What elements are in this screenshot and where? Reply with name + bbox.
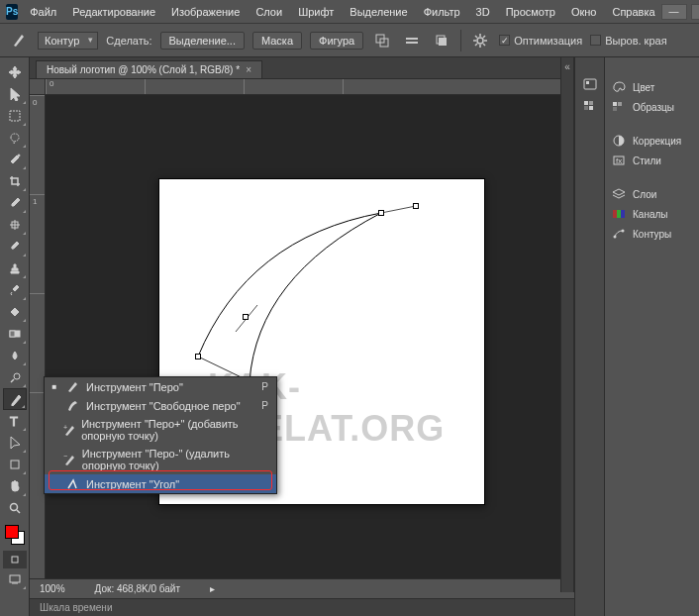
right-dock: Цвет Образцы Коррекция fx Стили: [574, 57, 699, 616]
trim-edges-label: Выров. края: [605, 35, 666, 47]
path-mode-dropdown[interactable]: Контур: [38, 32, 98, 50]
lasso-tool[interactable]: [3, 127, 27, 149]
panel-collapse-bar[interactable]: «: [560, 57, 574, 592]
menu-bar: Файл Редактирование Изображение Слои Шри…: [24, 3, 660, 21]
svg-rect-5: [439, 38, 447, 46]
collapse-arrow-icon: «: [561, 57, 573, 72]
flyout-label: Инструмент "Перо": [86, 381, 183, 393]
quickmask-toggle[interactable]: [3, 551, 27, 568]
menu-image[interactable]: Изображение: [165, 3, 246, 21]
healing-tool[interactable]: [3, 214, 27, 236]
hand-tool[interactable]: [3, 475, 27, 497]
eyedropper-tool[interactable]: [3, 192, 27, 214]
arrange-icon[interactable]: [431, 30, 452, 51]
maximize-button[interactable]: □: [691, 4, 699, 20]
document-tab-title: Новый логотип @ 100% (Слой 1, RGB/8) *: [47, 64, 240, 75]
shape-tool[interactable]: [3, 454, 27, 475]
menu-view[interactable]: Просмотр: [500, 3, 561, 21]
optimize-checkbox[interactable]: ✓ Оптимизация: [499, 35, 582, 47]
menu-3d[interactable]: 3D: [470, 3, 496, 21]
foreground-color-swatch[interactable]: [5, 525, 19, 539]
handle-point[interactable]: [413, 203, 419, 209]
blur-tool[interactable]: [3, 345, 27, 366]
stamp-tool[interactable]: [3, 257, 27, 279]
menu-help[interactable]: Справка: [606, 3, 660, 21]
menu-file[interactable]: Файл: [24, 3, 62, 21]
close-tab-icon[interactable]: ×: [246, 64, 251, 75]
color-panel-icon[interactable]: [582, 77, 598, 91]
panel-adjustments[interactable]: Коррекция: [605, 131, 699, 151]
panel-styles[interactable]: fx Стили: [605, 151, 699, 170]
svg-rect-21: [10, 331, 15, 337]
type-tool[interactable]: T: [3, 410, 27, 432]
ruler-origin[interactable]: [30, 79, 46, 95]
arrows-icon[interactable]: [3, 61, 27, 83]
history-brush-tool[interactable]: [3, 279, 27, 301]
panel-swatches[interactable]: Образцы: [605, 97, 699, 117]
eraser-tool[interactable]: [3, 301, 27, 323]
svg-rect-25: [11, 461, 19, 468]
document-area[interactable]: 0 01 KAK-SDELAT.ORG: [30, 79, 574, 578]
path-ops-icon[interactable]: [371, 30, 393, 51]
svg-rect-47: [617, 210, 621, 218]
flyout-label: Инструмент "Свободное перо": [86, 400, 241, 412]
menu-window[interactable]: Окно: [565, 3, 603, 21]
zoom-tool[interactable]: [3, 497, 27, 519]
gear-icon[interactable]: [469, 30, 491, 51]
panel-paths[interactable]: Контуры: [605, 224, 699, 244]
vertical-ruler[interactable]: 01: [30, 95, 46, 578]
anchor-point[interactable]: [243, 314, 249, 320]
freeform-pen-icon: [64, 399, 80, 412]
anchor-point[interactable]: [195, 354, 201, 359]
timeline-panel[interactable]: Шкала времени: [30, 598, 574, 616]
flyout-add-anchor[interactable]: + Инструмент "Перо+" (добавить опорную т…: [45, 415, 276, 445]
dodge-tool[interactable]: [3, 366, 27, 388]
zoom-level[interactable]: 100%: [40, 583, 65, 594]
path-select-tool[interactable]: [3, 432, 27, 454]
horizontal-ruler[interactable]: 0: [46, 79, 574, 95]
align-icon[interactable]: [401, 30, 423, 51]
trim-edges-checkbox[interactable]: Выров. края: [590, 35, 666, 47]
flyout-pen[interactable]: ■ Инструмент "Перо" P: [45, 377, 276, 396]
pen-plus-icon: +: [62, 424, 75, 437]
svg-rect-36: [584, 101, 588, 105]
move-tool[interactable]: [3, 83, 27, 105]
crop-tool[interactable]: [3, 170, 27, 192]
svg-rect-15: [10, 111, 20, 121]
swatches-panel-icon[interactable]: [582, 99, 598, 113]
options-bar: Контур Сделать: Выделение... Маска Фигур…: [0, 24, 699, 57]
gradient-tool[interactable]: [3, 323, 27, 345]
flyout-delete-anchor[interactable]: − Инструмент "Перо-" (удалить опорную то…: [45, 445, 276, 474]
panel-channels[interactable]: Каналы: [605, 204, 699, 224]
menu-edit[interactable]: Редактирование: [66, 3, 161, 21]
document-tab[interactable]: Новый логотип @ 100% (Слой 1, RGB/8) * ×: [36, 60, 262, 78]
screen-mode-toggle[interactable]: [3, 568, 27, 590]
tool-preset-icon[interactable]: [8, 30, 30, 51]
doc-info[interactable]: Док: 468,8K/0 байт: [95, 583, 180, 594]
panel-color[interactable]: Цвет: [605, 77, 699, 97]
menu-layer[interactable]: Слои: [250, 3, 288, 21]
svg-rect-42: [613, 107, 617, 111]
checkbox-checked-icon: ✓: [499, 35, 510, 46]
panel-layers[interactable]: Слои: [605, 184, 699, 204]
marquee-tool[interactable]: [3, 105, 27, 127]
flyout-convert-point[interactable]: Инструмент "Угол": [45, 474, 276, 493]
menu-select[interactable]: Выделение: [344, 3, 413, 21]
flyout-freeform-pen[interactable]: Инструмент "Свободное перо" P: [45, 396, 276, 415]
minimize-button[interactable]: —: [661, 4, 687, 20]
anchor-point[interactable]: [378, 210, 384, 216]
foreground-background-color[interactable]: [3, 523, 27, 547]
svg-text:fx: fx: [616, 156, 622, 165]
workspace: T Новый логотип @ 100% (Слой 1, RGB/8) *…: [0, 57, 699, 616]
pen-tool[interactable]: [3, 388, 27, 410]
mask-button[interactable]: Маска: [252, 32, 302, 50]
menu-type[interactable]: Шрифт: [292, 3, 340, 21]
status-arrow-icon[interactable]: ▸: [210, 583, 215, 594]
brush-tool[interactable]: [3, 236, 27, 257]
selection-button[interactable]: Выделение...: [160, 32, 245, 50]
app-logo: Ps: [6, 4, 18, 20]
wand-tool[interactable]: [3, 149, 27, 170]
svg-line-13: [483, 36, 485, 38]
menu-filter[interactable]: Фильтр: [418, 3, 466, 21]
shape-button[interactable]: Фигура: [310, 32, 363, 50]
